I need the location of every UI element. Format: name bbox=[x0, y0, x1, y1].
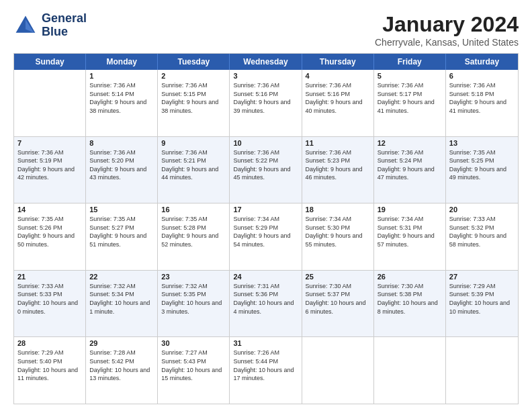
cell-info: Sunrise: 7:36 AM Sunset: 5:16 PM Dayligh… bbox=[233, 81, 298, 115]
sunrise-text: Sunrise: 7:34 AM bbox=[378, 215, 442, 224]
daylight-text: Daylight: 9 hours and 51 minutes. bbox=[89, 232, 154, 248]
calendar-cell: 27 Sunrise: 7:29 AM Sunset: 5:39 PM Dayl… bbox=[446, 271, 518, 337]
calendar-row: 14 Sunrise: 7:35 AM Sunset: 5:26 PM Dayl… bbox=[14, 203, 518, 270]
daylight-text: Daylight: 9 hours and 57 minutes. bbox=[378, 232, 442, 248]
sunset-text: Sunset: 5:22 PM bbox=[233, 156, 298, 165]
sunrise-text: Sunrise: 7:31 AM bbox=[233, 282, 298, 291]
day-number: 17 bbox=[233, 205, 298, 214]
sunset-text: Sunset: 5:16 PM bbox=[233, 90, 298, 99]
daylight-text: Daylight: 9 hours and 50 minutes. bbox=[17, 232, 82, 248]
day-number: 20 bbox=[449, 205, 515, 214]
cell-info: Sunrise: 7:36 AM Sunset: 5:16 PM Dayligh… bbox=[306, 81, 370, 115]
daylight-text: Daylight: 9 hours and 58 minutes. bbox=[449, 232, 515, 248]
cell-info: Sunrise: 7:33 AM Sunset: 5:32 PM Dayligh… bbox=[449, 215, 515, 248]
sunset-text: Sunset: 5:19 PM bbox=[17, 156, 82, 165]
calendar-row: 1 Sunrise: 7:36 AM Sunset: 5:14 PM Dayli… bbox=[14, 70, 518, 136]
calendar-cell: 5 Sunrise: 7:36 AM Sunset: 5:17 PM Dayli… bbox=[374, 70, 446, 136]
daylight-text: Daylight: 9 hours and 47 minutes. bbox=[378, 165, 442, 182]
sunset-text: Sunset: 5:35 PM bbox=[161, 290, 226, 299]
sunrise-text: Sunrise: 7:32 AM bbox=[89, 282, 154, 291]
cell-info: Sunrise: 7:36 AM Sunset: 5:14 PM Dayligh… bbox=[89, 81, 154, 115]
daylight-text: Daylight: 9 hours and 52 minutes. bbox=[161, 232, 226, 248]
location: Cherryvale, Kansas, United States bbox=[375, 37, 519, 48]
day-number: 28 bbox=[17, 339, 82, 347]
sunrise-text: Sunrise: 7:36 AM bbox=[89, 148, 154, 157]
sunrise-text: Sunrise: 7:30 AM bbox=[378, 282, 442, 291]
cell-info: Sunrise: 7:29 AM Sunset: 5:40 PM Dayligh… bbox=[17, 349, 82, 382]
cell-info: Sunrise: 7:31 AM Sunset: 5:36 PM Dayligh… bbox=[233, 282, 298, 316]
sunset-text: Sunset: 5:37 PM bbox=[306, 290, 370, 299]
sunrise-text: Sunrise: 7:33 AM bbox=[449, 215, 515, 224]
calendar-cell: 14 Sunrise: 7:35 AM Sunset: 5:26 PM Dayl… bbox=[14, 203, 86, 270]
calendar-cell bbox=[14, 70, 86, 136]
logo: General Blue bbox=[13, 12, 87, 39]
page: General Blue January 2024 Cherryvale, Ka… bbox=[0, 0, 532, 411]
sunset-text: Sunset: 5:25 PM bbox=[449, 156, 515, 165]
sunrise-text: Sunrise: 7:36 AM bbox=[378, 81, 442, 90]
day-number: 1 bbox=[89, 72, 154, 80]
calendar-row: 7 Sunrise: 7:36 AM Sunset: 5:19 PM Dayli… bbox=[14, 136, 518, 203]
day-number: 5 bbox=[378, 72, 442, 80]
sunrise-text: Sunrise: 7:36 AM bbox=[306, 81, 370, 90]
daylight-text: Daylight: 10 hours and 6 minutes. bbox=[306, 299, 370, 316]
calendar-cell: 6 Sunrise: 7:36 AM Sunset: 5:18 PM Dayli… bbox=[446, 70, 518, 136]
calendar-cell bbox=[302, 337, 374, 404]
day-number: 15 bbox=[89, 205, 154, 214]
sunset-text: Sunset: 5:18 PM bbox=[449, 90, 515, 99]
calendar-cell bbox=[446, 337, 518, 404]
sunset-text: Sunset: 5:43 PM bbox=[161, 357, 226, 366]
sunrise-text: Sunrise: 7:28 AM bbox=[89, 349, 154, 357]
daylight-text: Daylight: 9 hours and 49 minutes. bbox=[449, 165, 515, 182]
weekday-header: Saturday bbox=[446, 54, 518, 70]
day-number: 11 bbox=[306, 139, 370, 147]
cell-info: Sunrise: 7:30 AM Sunset: 5:37 PM Dayligh… bbox=[306, 282, 370, 316]
cell-info: Sunrise: 7:29 AM Sunset: 5:39 PM Dayligh… bbox=[449, 282, 515, 316]
sunset-text: Sunset: 5:42 PM bbox=[89, 357, 154, 366]
day-number: 18 bbox=[306, 205, 370, 214]
calendar: SundayMondayTuesdayWednesdayThursdayFrid… bbox=[13, 53, 519, 404]
calendar-cell: 21 Sunrise: 7:33 AM Sunset: 5:33 PM Dayl… bbox=[14, 271, 86, 337]
cell-info: Sunrise: 7:35 AM Sunset: 5:28 PM Dayligh… bbox=[161, 215, 226, 248]
sunset-text: Sunset: 5:32 PM bbox=[449, 224, 515, 232]
cell-info: Sunrise: 7:33 AM Sunset: 5:33 PM Dayligh… bbox=[17, 282, 82, 316]
day-number: 16 bbox=[161, 205, 226, 214]
sunrise-text: Sunrise: 7:35 AM bbox=[17, 215, 82, 224]
sunset-text: Sunset: 5:23 PM bbox=[306, 156, 370, 165]
sunset-text: Sunset: 5:44 PM bbox=[233, 357, 298, 366]
day-number: 19 bbox=[378, 205, 442, 214]
title-block: January 2024 Cherryvale, Kansas, United … bbox=[375, 12, 519, 48]
sunset-text: Sunset: 5:39 PM bbox=[449, 290, 515, 299]
weekday-header: Monday bbox=[86, 54, 158, 70]
calendar-cell: 20 Sunrise: 7:33 AM Sunset: 5:32 PM Dayl… bbox=[446, 203, 518, 270]
sunset-text: Sunset: 5:36 PM bbox=[233, 290, 298, 299]
daylight-text: Daylight: 9 hours and 39 minutes. bbox=[233, 98, 298, 115]
sunset-text: Sunset: 5:21 PM bbox=[161, 156, 226, 165]
header: General Blue January 2024 Cherryvale, Ka… bbox=[13, 12, 519, 48]
cell-info: Sunrise: 7:35 AM Sunset: 5:26 PM Dayligh… bbox=[17, 215, 82, 248]
calendar-cell: 11 Sunrise: 7:36 AM Sunset: 5:23 PM Dayl… bbox=[302, 137, 374, 203]
cell-info: Sunrise: 7:35 AM Sunset: 5:25 PM Dayligh… bbox=[449, 148, 515, 182]
day-number: 23 bbox=[161, 273, 226, 281]
sunset-text: Sunset: 5:24 PM bbox=[378, 156, 442, 165]
cell-info: Sunrise: 7:34 AM Sunset: 5:30 PM Dayligh… bbox=[306, 215, 370, 248]
sunset-text: Sunset: 5:38 PM bbox=[378, 290, 442, 299]
day-number: 26 bbox=[378, 273, 442, 281]
sunset-text: Sunset: 5:26 PM bbox=[17, 224, 82, 232]
sunrise-text: Sunrise: 7:36 AM bbox=[449, 81, 515, 90]
sunrise-text: Sunrise: 7:36 AM bbox=[161, 81, 226, 90]
daylight-text: Daylight: 10 hours and 10 minutes. bbox=[449, 299, 515, 316]
logo-line2: Blue bbox=[42, 26, 87, 39]
cell-info: Sunrise: 7:36 AM Sunset: 5:15 PM Dayligh… bbox=[161, 81, 226, 115]
daylight-text: Daylight: 9 hours and 42 minutes. bbox=[17, 165, 82, 182]
daylight-text: Daylight: 9 hours and 54 minutes. bbox=[233, 232, 298, 248]
sunset-text: Sunset: 5:28 PM bbox=[161, 224, 226, 232]
weekday-header: Wednesday bbox=[230, 54, 302, 70]
calendar-cell: 26 Sunrise: 7:30 AM Sunset: 5:38 PM Dayl… bbox=[374, 271, 446, 337]
cell-info: Sunrise: 7:36 AM Sunset: 5:17 PM Dayligh… bbox=[378, 81, 442, 115]
sunrise-text: Sunrise: 7:35 AM bbox=[449, 148, 515, 157]
day-number: 6 bbox=[449, 72, 515, 80]
daylight-text: Daylight: 10 hours and 11 minutes. bbox=[17, 366, 82, 383]
day-number: 4 bbox=[306, 72, 370, 80]
calendar-cell: 4 Sunrise: 7:36 AM Sunset: 5:16 PM Dayli… bbox=[302, 70, 374, 136]
calendar-cell: 10 Sunrise: 7:36 AM Sunset: 5:22 PM Dayl… bbox=[230, 137, 302, 203]
